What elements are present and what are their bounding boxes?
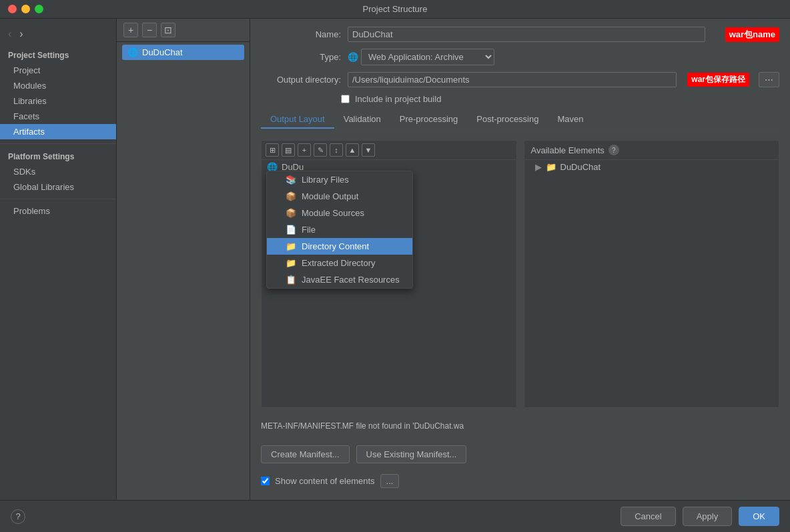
help-button[interactable]: ? [11,509,25,524]
file-label: File [302,225,316,235]
name-input[interactable] [348,27,705,42]
show-content-label: Show content of elements [275,476,375,486]
javaee-facet-icon: 📋 [286,275,296,285]
forward-arrow-icon[interactable]: › [19,28,23,40]
tab-validation-label: Validation [344,114,381,124]
tree-toolbar: ⊞ ▤ + ✎ ↕ ▲ ▼ [262,141,516,160]
artifact-icon: 🌐 [127,47,138,57]
traffic-lights [8,5,43,13]
sidebar-item-project-label: Project [13,65,40,75]
up-btn[interactable]: ▲ [346,143,359,157]
apply-button[interactable]: Apply [683,507,733,526]
sidebar-item-problems[interactable]: Problems [0,203,116,219]
sidebar-item-global-libraries-label: Global Libraries [13,182,74,192]
module-output-label: Module Output [302,191,358,201]
include-checkbox[interactable] [341,95,350,103]
warning-message: META-INF/MANIFEST.MF file not found in '… [261,417,779,435]
sidebar-item-project[interactable]: Project [0,63,116,78]
tree-area: ⊞ ▤ + ✎ ↕ ▲ ▼ 🌐 DuDu [261,140,517,408]
sidebar: ‹ › Project Settings Project Modules Lib… [0,19,117,500]
dropdown-module-sources[interactable]: 📦 Module Sources [267,205,412,221]
tab-output-layout[interactable]: Output Layout [261,111,334,129]
use-existing-manifest-button[interactable]: Use Existing Manifest... [356,445,467,463]
edit-btn[interactable]: ✎ [314,143,327,157]
sidebar-divider-2 [0,199,116,199]
grid-view-btn[interactable]: ▤ [282,143,295,157]
create-manifest-button[interactable]: Create Manifest... [261,445,350,463]
include-checkbox-row: Include in project build [261,94,779,104]
browse-button[interactable]: ⋯ [759,72,779,87]
cancel-button[interactable]: Cancel [621,507,675,526]
minimize-button[interactable] [21,5,30,13]
sidebar-item-modules[interactable]: Modules [0,78,116,93]
sidebar-item-facets[interactable]: Facets [0,109,116,124]
directory-content-icon: 📁 [286,241,296,251]
path-annotation: war包保存路径 [687,73,749,87]
name-row: Name: war包name [261,27,779,42]
tab-pre-processing[interactable]: Pre-processing [390,111,467,129]
available-tree-item[interactable]: ▶ 📁 DuDuChat [524,160,779,174]
type-select-wrapper: 🌐 Web Application: Archive [348,49,494,65]
maximize-button[interactable] [35,5,43,13]
available-item-label: DuDuChat [560,162,601,172]
dropdown-directory-content[interactable]: 📁 Directory Content [267,238,412,255]
artifact-list-item[interactable]: 🌐 DuDuChat [122,45,244,60]
dropdown-menu: 📚 Library Files 📦 Module Output 📦 Module… [266,171,413,289]
module-sources-label: Module Sources [302,208,364,218]
tab-validation[interactable]: Validation [334,111,390,129]
sidebar-item-artifacts[interactable]: Artifacts [0,124,116,139]
sidebar-divider [0,143,116,144]
ok-button[interactable]: OK [739,507,779,526]
available-expand-icon: ▶ [535,162,542,172]
dropdown-file[interactable]: 📄 File [267,221,412,238]
down-btn[interactable]: ▼ [362,143,375,157]
sidebar-item-facets-label: Facets [13,111,39,121]
artifact-toolbar: + − ⊡ [117,19,250,42]
directory-content-label: Directory Content [302,241,369,251]
dropdown-library-files[interactable]: 📚 Library Files [267,171,412,188]
module-sources-icon: 📦 [286,208,296,218]
file-icon: 📄 [286,225,296,235]
type-select[interactable]: Web Application: Archive [361,49,494,65]
dropdown-extracted-directory[interactable]: 📁 Extracted Directory [267,255,412,271]
tab-output-layout-label: Output Layout [270,114,325,124]
content-area: + − ⊡ 🌐 DuDuChat Name: war包name [117,19,790,500]
bottom-right-buttons: Cancel Apply OK [621,507,779,526]
tab-maven[interactable]: Maven [548,111,592,129]
show-content-checkbox[interactable] [261,477,270,485]
tab-maven-label: Maven [557,114,583,124]
include-label: Include in project build [355,94,441,104]
module-output-icon: 📦 [286,191,296,201]
copy-artifact-button[interactable]: ⊡ [161,23,175,37]
sidebar-item-sdks[interactable]: SDKs [0,164,116,179]
add-btn[interactable]: + [298,143,311,157]
javaee-facet-label: JavaEE Facet Resources [302,275,400,285]
tab-post-processing[interactable]: Post-processing [467,111,548,129]
show-content-more-button[interactable]: ... [380,474,400,488]
dropdown-module-output[interactable]: 📦 Module Output [267,188,412,205]
close-button[interactable] [8,5,17,13]
window-title: Project Structure [363,4,428,14]
main-layout: ‹ › Project Settings Project Modules Lib… [0,19,790,500]
title-bar: Project Structure [0,0,790,19]
dropdown-javaee-facet[interactable]: 📋 JavaEE Facet Resources [267,271,412,288]
project-settings-label: Project Settings [0,47,116,63]
name-annotation: war包name [725,27,779,42]
extracted-dir-icon: 📁 [286,258,296,268]
back-arrow-icon[interactable]: ‹ [8,28,11,40]
artifact-name: DuDuChat [142,47,183,57]
show-content-btn[interactable]: ⊞ [266,143,279,157]
output-dir-input[interactable] [348,72,677,87]
sidebar-item-libraries[interactable]: Libraries [0,93,116,109]
extracted-dir-label: Extracted Directory [302,258,376,268]
add-artifact-button[interactable]: + [123,23,138,37]
sidebar-item-global-libraries[interactable]: Global Libraries [0,179,116,195]
output-layout-area: ⊞ ▤ + ✎ ↕ ▲ ▼ 🌐 DuDu [261,140,779,408]
remove-artifact-button[interactable]: − [142,23,157,37]
sidebar-item-problems-label: Problems [13,206,50,216]
available-folder-icon: 📁 [546,162,556,172]
sidebar-item-sdks-label: SDKs [13,167,35,177]
right-panel: Name: war包name Type: 🌐 Web Application: … [250,19,790,500]
sort-btn[interactable]: ↕ [330,143,343,157]
available-help-icon[interactable]: ? [609,145,619,155]
